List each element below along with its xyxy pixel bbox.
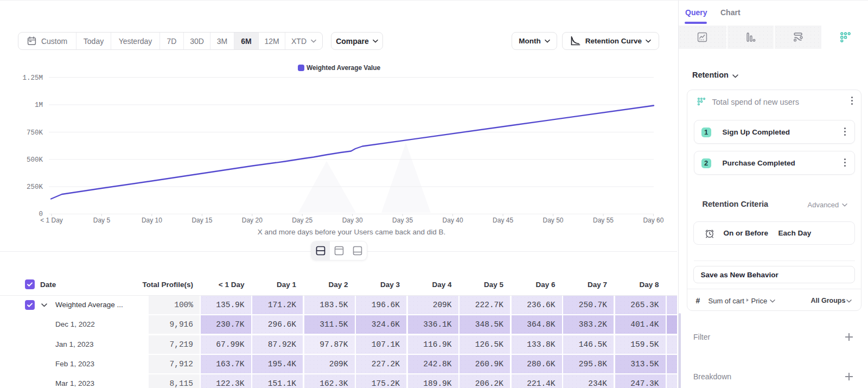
svg-text:Day 25: Day 25: [292, 217, 312, 224]
svg-text:Day 60: Day 60: [643, 217, 663, 224]
svg-text:Day 5: Day 5: [93, 217, 111, 224]
svg-text:Day 45: Day 45: [493, 217, 513, 224]
svg-text:Day 15: Day 15: [192, 217, 212, 224]
svg-text:750K: 750K: [27, 129, 43, 137]
svg-text:Day 30: Day 30: [342, 217, 363, 224]
svg-text:Day 40: Day 40: [443, 217, 463, 224]
svg-text:1.25M: 1.25M: [22, 74, 43, 82]
svg-text:Day 55: Day 55: [593, 217, 614, 224]
svg-text:Day 50: Day 50: [542, 217, 563, 224]
svg-text:1M: 1M: [35, 101, 43, 109]
svg-text:Day 10: Day 10: [142, 217, 162, 224]
svg-text:500K: 500K: [27, 156, 43, 164]
svg-text:250K: 250K: [27, 183, 43, 191]
svg-text:Day 35: Day 35: [392, 217, 413, 224]
svg-text:Day 20: Day 20: [242, 217, 263, 224]
svg-text:< 1 Day: < 1 Day: [40, 217, 63, 224]
